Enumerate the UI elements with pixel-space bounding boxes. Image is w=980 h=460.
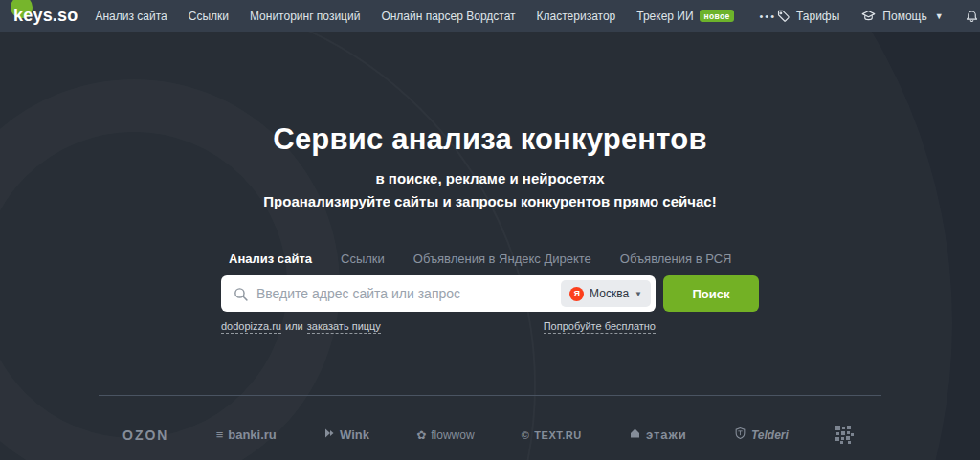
partner-logo-flowwow: ✿ flowwow: [416, 428, 474, 442]
chevron-down-icon: ▼: [935, 11, 944, 21]
search-row: Я Москва ▼ Поиск: [221, 275, 759, 312]
partner-logo-etazhi: этажи: [629, 427, 687, 442]
search-button[interactable]: Поиск: [663, 275, 759, 312]
partner-logo-qr-mosaic: [835, 426, 854, 444]
yandex-icon: Я: [569, 287, 584, 301]
menu-item-wordstat-parser[interactable]: Онлайн парсер Вордстат: [381, 10, 515, 23]
copyright-icon: ©: [522, 429, 530, 441]
menu-item-clusterizer[interactable]: Кластеризатор: [537, 10, 616, 23]
partner-logo-banki: ≡ banki.ru: [216, 427, 277, 442]
search-tabs: Анализ сайта Ссылки Объявления в Яндекс …: [221, 252, 759, 275]
tariffs-link[interactable]: Тарифы: [776, 9, 839, 23]
hero-subtitle-line1: в поиске, рекламе и нейросетях: [0, 170, 980, 186]
search-input[interactable]: [249, 286, 561, 301]
logo-text: keys.so: [13, 6, 78, 26]
partner-logo-textru: © TEXT.RU: [522, 429, 582, 441]
tab-links[interactable]: Ссылки: [341, 252, 385, 266]
page-title: Сервис анализа конкурентов: [0, 122, 980, 157]
top-navbar: keys.so Анализ сайта Ссылки Мониторинг п…: [0, 0, 980, 32]
tab-yandex-direct-ads[interactable]: Объявления в Яндекс Директе: [413, 252, 591, 266]
notifications-bell-button[interactable]: [965, 9, 979, 24]
region-label: Москва: [590, 287, 629, 300]
search-input-container: Я Москва ▼: [221, 275, 656, 312]
menu-item-site-analysis[interactable]: Анализ сайта: [95, 10, 167, 23]
menu-item-links[interactable]: Ссылки: [189, 10, 229, 23]
search-block: Анализ сайта Ссылки Объявления в Яндекс …: [221, 252, 759, 334]
graduation-cap-icon: [860, 9, 877, 23]
example-queries: dodopizza.ru или заказать пиццу: [221, 320, 381, 334]
hero-section: Сервис анализа конкурентов в поиске, рек…: [0, 32, 980, 460]
example-links-row: dodopizza.ru или заказать пиццу Попробуй…: [221, 320, 656, 334]
search-icon: [233, 286, 249, 302]
wink-arrow-icon: [323, 427, 335, 442]
menu-item-position-monitoring[interactable]: Мониторинг позиций: [250, 10, 360, 23]
tab-site-analysis[interactable]: Анализ сайта: [229, 252, 312, 266]
chevron-down-icon: ▼: [635, 290, 642, 298]
partner-logos-carousel: OZON ≡ banki.ru Wink ✿ flowwow © TEXT.RU…: [0, 396, 980, 460]
main-menu: Анализ сайта Ссылки Мониторинг позиций О…: [95, 10, 776, 23]
new-badge: новое: [700, 10, 735, 22]
house-icon: [629, 427, 641, 442]
navbar-right: Тарифы Помощь ▼ Вход Регистрация: [776, 9, 980, 24]
help-menu[interactable]: Помощь ▼: [860, 9, 943, 23]
hero-content: Сервис анализа конкурентов в поиске, рек…: [0, 32, 980, 334]
hero-subtitle-line2: Проанализируйте сайты и запросы конкурен…: [0, 193, 980, 209]
example-query-link[interactable]: заказать пиццу: [307, 320, 381, 334]
try-free-link[interactable]: Попробуйте бесплатно: [544, 320, 656, 334]
menu-item-ai-tracker[interactable]: Трекер ИИ новое: [636, 10, 734, 23]
tab-rsya-ads[interactable]: Объявления в РСЯ: [620, 252, 732, 266]
example-separator: или: [285, 320, 303, 332]
shield-icon: [734, 427, 746, 443]
flower-icon: ✿: [416, 428, 426, 442]
partner-logo-wink: Wink: [323, 427, 369, 442]
keysso-logo[interactable]: keys.so: [13, 6, 78, 26]
more-menu-button[interactable]: •••: [759, 11, 776, 22]
partner-logo-ozon: OZON: [122, 427, 168, 443]
partner-logo-telderi: Telderi: [734, 427, 789, 443]
banki-bars-icon: ≡: [216, 427, 224, 442]
price-tag-icon: [776, 9, 791, 23]
region-selector[interactable]: Я Москва ▼: [561, 280, 651, 307]
bell-icon: [965, 9, 979, 24]
example-site-link[interactable]: dodopizza.ru: [221, 320, 281, 334]
